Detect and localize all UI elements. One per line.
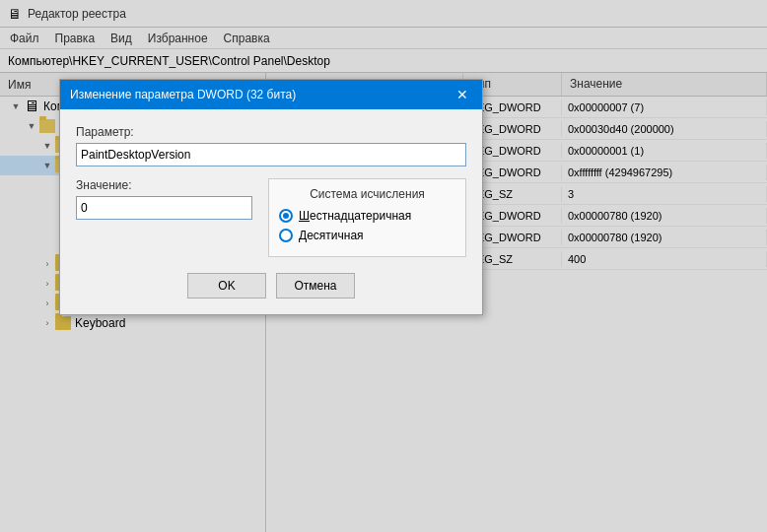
numeral-title: Система исчисления (279, 187, 455, 201)
radio-decimal[interactable]: Десятичная (279, 229, 455, 242)
dialog-title-text: Изменение параметра DWORD (32 бита) (70, 88, 296, 101)
radio-hex[interactable]: Шестнадцатеричная (279, 209, 455, 223)
dialog-title-bar: Изменение параметра DWORD (32 бита) ✕ (60, 80, 482, 109)
radio-decimal-btn[interactable] (279, 229, 293, 242)
numeral-section: Система исчисления Шестнадцатеричная Дес… (268, 178, 466, 257)
dialog-buttons: OK Отмена (76, 273, 466, 299)
radio-hex-underline: Ш (299, 209, 310, 223)
cancel-button[interactable]: Отмена (276, 273, 355, 299)
ok-button[interactable]: OK (187, 273, 266, 299)
dialog-close-button[interactable]: ✕ (453, 85, 472, 104)
dword-dialog: Изменение параметра DWORD (32 бита) ✕ Па… (59, 79, 483, 315)
param-label: Параметр: (76, 125, 466, 139)
radio-hex-btn[interactable] (279, 209, 293, 223)
radio-dec-underline: Д (299, 229, 307, 242)
value-input[interactable] (76, 196, 252, 220)
dialog-row: Значение: Система исчисления Шестнадцате… (76, 178, 466, 257)
value-label: Значение: (76, 178, 252, 192)
radio-decimal-label: Десятичная (299, 229, 364, 242)
radio-hex-label: Шестнадцатеричная (299, 209, 411, 223)
value-section: Значение: (76, 178, 252, 257)
dialog-body: Параметр: Значение: Система исчисления Ш… (60, 109, 482, 314)
param-input[interactable] (76, 143, 466, 166)
